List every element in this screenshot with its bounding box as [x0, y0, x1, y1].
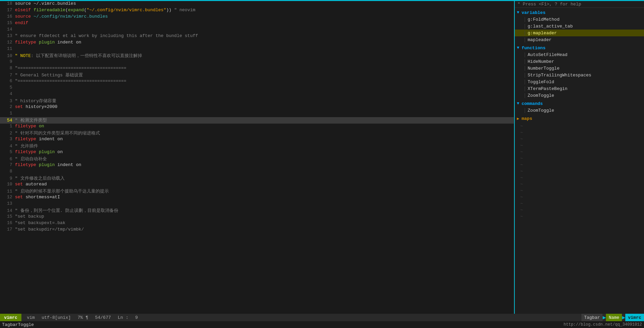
tagbar-item[interactable]: HideNumber	[515, 58, 644, 65]
line-number: 3	[1, 136, 12, 142]
tagbar-header: " Press <F1>, ? for help	[515, 1, 644, 8]
line-number: 9	[1, 59, 12, 64]
status-percent: 7% ¶	[78, 315, 88, 320]
line-content: source ~/.config/nvim/vimrc.bundles	[15, 14, 108, 19]
section-arrow-icon: ▼	[517, 101, 520, 106]
line-number: 1	[1, 124, 12, 129]
code-line: 4	[0, 91, 514, 98]
editor-pane[interactable]: 18 source ~/.vimrc.bundles17 elseif file…	[0, 1, 514, 314]
line-content: endif	[15, 20, 28, 25]
tagbar-item[interactable]: StripTrailingWhitespaces	[515, 72, 644, 78]
tagbar-item[interactable]: ToggleFold	[515, 78, 644, 85]
section-title: variables	[522, 10, 545, 15]
code-line: 3filetype indent on	[0, 136, 514, 143]
tilde-line: ~	[515, 181, 644, 188]
tagbar-item[interactable]: AutoSetFileHead	[515, 51, 644, 58]
tagbar-item[interactable]: NumberToggle	[515, 65, 644, 72]
code-line: 6" 启动自动补全	[0, 156, 514, 162]
code-line: 54" 检测文件类型	[0, 117, 514, 124]
code-line: 14	[0, 27, 514, 33]
tilde-line: ~	[515, 143, 644, 149]
tagbar-item[interactable]: ZoomToggle	[515, 107, 644, 114]
code-line: 1filetype on	[0, 124, 514, 130]
status-ln: Ln :	[118, 315, 128, 320]
code-line: 12set shortmess=atI	[0, 195, 514, 201]
line-content: " history存储容量	[15, 98, 56, 104]
line-content: filetype plugin indent on	[15, 162, 81, 167]
line-number: 13	[1, 33, 12, 38]
line-content: " 启动的时候不显示那个援助乌干达儿童的提示	[15, 188, 109, 194]
tagbar-section-header[interactable]: ▼variables	[515, 9, 644, 16]
tagbar-section: ▼variablesg:FoldMethodg:last_active_tabg…	[515, 9, 644, 43]
line-number: 14	[1, 27, 12, 32]
status-middle: vim utf-8[unix] 7% ¶ 54/677 Ln : 9	[21, 315, 581, 320]
line-content: "set backupext=.bak	[15, 220, 65, 225]
tagbar-pane: " Press <F1>, ? for help ▼variablesg:Fol…	[515, 1, 644, 314]
tilde-line: ~	[515, 162, 644, 168]
code-line: 11" 启动的时候不显示那个援助乌干达儿童的提示	[0, 188, 514, 195]
line-number: 15	[1, 20, 12, 25]
line-number: 4	[1, 144, 12, 149]
line-number: 15	[1, 214, 12, 219]
line-content: " 针对不同的文件类型采用不同的缩进格式	[15, 130, 100, 136]
tagbar-item[interactable]: g:mapleader	[515, 30, 644, 36]
tilde-line: ~	[515, 201, 644, 207]
line-number: 2	[1, 104, 12, 109]
code-line: 15endif	[0, 20, 514, 27]
line-number: 17	[1, 227, 12, 232]
tilde-line: ~	[515, 149, 644, 156]
tagbar-section-header[interactable]: ▼commands	[515, 100, 644, 107]
line-content: "=======================================…	[15, 66, 126, 71]
cmd-bar: TagbarToggle http://blog.csdn.net/qq_340…	[0, 321, 644, 328]
cmd-left: TagbarToggle	[2, 322, 34, 327]
line-number: 12	[1, 40, 12, 45]
section-arrow-icon: ▼	[517, 10, 520, 15]
line-number: 2	[1, 131, 12, 136]
line-number: 18	[1, 1, 12, 6]
code-line: 13	[0, 201, 514, 207]
code-line: 2" 针对不同的文件类型采用不同的缩进格式	[0, 130, 514, 136]
tilde-line: ~	[515, 214, 644, 220]
line-content: filetype indent on	[15, 136, 63, 142]
line-number: 7	[1, 73, 12, 78]
tagbar-section-header[interactable]: ▼functions	[515, 44, 644, 51]
line-number: 4	[1, 91, 12, 96]
line-number: 5	[1, 85, 12, 90]
line-content: " 检测文件类型	[15, 117, 47, 123]
tagbar-item[interactable]: g:FoldMethod	[515, 16, 644, 23]
tilde-line: ~	[515, 168, 644, 175]
code-line: 10set autoread	[0, 182, 514, 188]
code-line: 13" ensure ftdetect et al work by includ…	[0, 33, 514, 40]
tagbar-item[interactable]: XTermPasteBegin	[515, 85, 644, 92]
line-content: filetype plugin indent on	[15, 40, 81, 45]
line-number: 14	[1, 208, 12, 213]
line-number: 10	[1, 53, 12, 58]
tagbar-item[interactable]: mapleader	[515, 36, 644, 43]
line-content: " 允许插件	[15, 143, 38, 149]
code-line: 16"set backupext=.bak	[0, 220, 514, 227]
section-title: commands	[522, 101, 543, 106]
tagbar-item[interactable]: ZoomToggle	[515, 92, 644, 99]
line-number: 8	[1, 66, 12, 71]
line-number: 17	[1, 7, 12, 13]
section-title: functions	[522, 45, 545, 51]
tagbar-item[interactable]: g:last_active_tab	[515, 23, 644, 30]
code-area[interactable]: 18 source ~/.vimrc.bundles17 elseif file…	[0, 1, 514, 314]
code-line: 11	[0, 46, 514, 53]
line-number: 54	[1, 118, 12, 123]
line-number: 10	[1, 182, 12, 187]
line-number: 8	[1, 169, 12, 174]
tilde-line: ~	[515, 156, 644, 162]
status-position: 54/677	[95, 315, 111, 320]
code-line: 18 source ~/.vimrc.bundles	[0, 1, 514, 7]
code-line: 3" history存储容量	[0, 98, 514, 104]
tagbar-section: ▼commandsZoomToggle	[515, 100, 644, 114]
tilde-line: ~	[515, 136, 644, 143]
line-number: 11	[1, 189, 12, 194]
line-content: filetype plugin on	[15, 149, 63, 154]
tagbar-section-header[interactable]: ▶maps	[515, 115, 644, 122]
section-title: maps	[522, 116, 532, 121]
tilde-line: ~	[515, 207, 644, 214]
line-number: 3	[1, 98, 12, 104]
line-content: set autoread	[15, 182, 47, 187]
